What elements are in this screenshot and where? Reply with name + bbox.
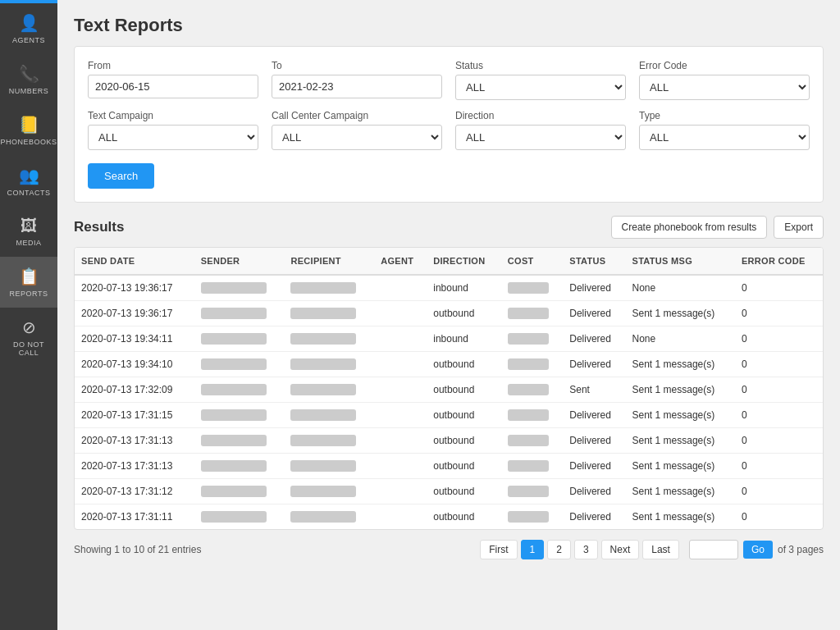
call-center-select[interactable]: ALL [272, 125, 442, 150]
filter-group-to: To [272, 60, 442, 100]
media-icon: 🖼 [21, 217, 37, 235]
cell-cost [501, 504, 563, 530]
direction-select[interactable]: ALL [455, 125, 626, 150]
col-status: STATUS [563, 248, 625, 275]
col-agent: AGENT [374, 248, 427, 275]
table-row: 2020-07-13 17:31:13 outbound Delivered S… [75, 428, 823, 454]
page-2-button[interactable]: 2 [547, 540, 571, 559]
cell-sender [194, 377, 285, 403]
cell-error-code: 0 [735, 428, 823, 454]
filter-group-status: Status ALL [455, 60, 626, 100]
agents-icon: 👤 [19, 13, 39, 33]
from-input[interactable] [88, 75, 258, 98]
cell-status: Delivered [563, 326, 625, 352]
first-page-button[interactable]: First [480, 540, 517, 559]
table-header: SEND DATE SENDER RECIPIENT AGENT DIRECTI… [75, 248, 823, 275]
sidebar-item-media[interactable]: 🖼 MEDIA [0, 207, 57, 257]
cell-agent [374, 275, 427, 301]
sidebar-item-donotcall[interactable]: ⊘ DO NOT CALL [0, 308, 57, 367]
cell-status-msg: Sent 1 message(s) [626, 301, 735, 326]
cell-recipient [284, 326, 374, 352]
filter-group-text-campaign: Text Campaign ALL [88, 110, 258, 150]
page-header: Text Reports [57, 0, 840, 46]
cell-recipient [284, 504, 374, 530]
sidebar-item-reports[interactable]: 📋 REPORTS [0, 257, 57, 308]
table-body: 2020-07-13 19:36:17 inbound Delivered No… [75, 275, 823, 529]
cell-direction: outbound [427, 403, 501, 428]
cell-sender [194, 301, 285, 326]
sidebar-item-contacts[interactable]: 👥 CONTACTS [0, 156, 57, 207]
cell-status-msg: Sent 1 message(s) [626, 377, 735, 403]
sidebar-item-agents[interactable]: 👤 AGENTS [0, 3, 57, 54]
page-1-button[interactable]: 1 [521, 540, 545, 559]
cell-sender [194, 454, 285, 479]
page-input-group: Go of 3 pages [689, 540, 824, 559]
cell-recipient [284, 403, 374, 428]
cell-cost [501, 352, 563, 377]
filter-group-error-code: Error Code ALL [639, 60, 810, 100]
cell-send-date: 2020-07-13 17:32:09 [75, 377, 194, 403]
cell-error-code: 0 [735, 454, 823, 479]
content-area: From To Status ALL Error Code ALL [57, 46, 840, 576]
cell-status: Delivered [563, 403, 625, 428]
cell-recipient [284, 275, 374, 301]
cell-direction: outbound [427, 504, 501, 530]
col-sender: SENDER [194, 248, 285, 275]
sidebar-item-numbers[interactable]: 📞 NUMBERS [0, 54, 57, 105]
table-row: 2020-07-13 17:31:12 outbound Delivered S… [75, 479, 823, 504]
sidebar-item-label: CONTACTS [7, 189, 51, 197]
cell-send-date: 2020-07-13 17:31:13 [75, 454, 194, 479]
create-phonebook-button[interactable]: Create phonebook from results [611, 216, 768, 239]
error-code-label: Error Code [639, 60, 810, 71]
of-pages-text: of 3 pages [778, 544, 824, 555]
error-code-select[interactable]: ALL [639, 75, 810, 100]
results-table-container: SEND DATE SENDER RECIPIENT AGENT DIRECTI… [74, 247, 824, 530]
cell-status-msg: Sent 1 message(s) [626, 504, 735, 530]
filter-card: From To Status ALL Error Code ALL [74, 46, 824, 203]
cell-agent [374, 403, 427, 428]
sidebar-item-label: AGENTS [12, 36, 45, 44]
cell-recipient [284, 352, 374, 377]
cell-cost [501, 454, 563, 479]
type-select[interactable]: ALL [639, 125, 810, 150]
col-cost: COST [501, 248, 563, 275]
cell-send-date: 2020-07-13 17:31:12 [75, 479, 194, 504]
filter-group-from: From [88, 60, 258, 100]
cell-status-msg: Sent 1 message(s) [626, 403, 735, 428]
cell-agent [374, 504, 427, 530]
cell-send-date: 2020-07-13 19:34:10 [75, 352, 194, 377]
contacts-icon: 👥 [19, 166, 39, 185]
numbers-icon: 📞 [19, 64, 39, 84]
cell-error-code: 0 [735, 403, 823, 428]
cell-status-msg: None [626, 326, 735, 352]
cell-direction: outbound [427, 352, 501, 377]
text-campaign-select[interactable]: ALL [88, 125, 258, 150]
search-button[interactable]: Search [88, 163, 154, 189]
export-button[interactable]: Export [774, 216, 824, 239]
cell-status: Delivered [563, 428, 625, 454]
page-3-button[interactable]: 3 [574, 540, 598, 559]
cell-sender [194, 479, 285, 504]
filter-row-1: From To Status ALL Error Code ALL [88, 60, 810, 100]
cell-status-msg: Sent 1 message(s) [626, 352, 735, 377]
cell-sender [194, 504, 285, 530]
to-input[interactable] [272, 75, 442, 98]
table-row: 2020-07-13 17:31:11 outbound Delivered S… [75, 504, 823, 530]
table-row: 2020-07-13 19:34:11 inbound Delivered No… [75, 326, 823, 352]
table-row: 2020-07-13 17:31:13 outbound Delivered S… [75, 454, 823, 479]
table-row: 2020-07-13 17:31:15 outbound Delivered S… [75, 403, 823, 428]
type-label: Type [639, 110, 810, 121]
page-input[interactable] [689, 540, 738, 559]
go-button[interactable]: Go [743, 541, 773, 559]
filter-group-direction: Direction ALL [455, 110, 626, 150]
cell-status-msg: Sent 1 message(s) [626, 454, 735, 479]
status-select[interactable]: ALL [455, 75, 626, 100]
cell-direction: outbound [427, 301, 501, 326]
cell-agent [374, 454, 427, 479]
cell-direction: outbound [427, 454, 501, 479]
sidebar-item-phonebooks[interactable]: 📒 PHONEBOOKS [0, 105, 57, 156]
results-actions: Create phonebook from results Export [611, 216, 824, 239]
cell-error-code: 0 [735, 377, 823, 403]
last-page-button[interactable]: Last [642, 540, 679, 559]
next-page-button[interactable]: Next [601, 540, 640, 559]
